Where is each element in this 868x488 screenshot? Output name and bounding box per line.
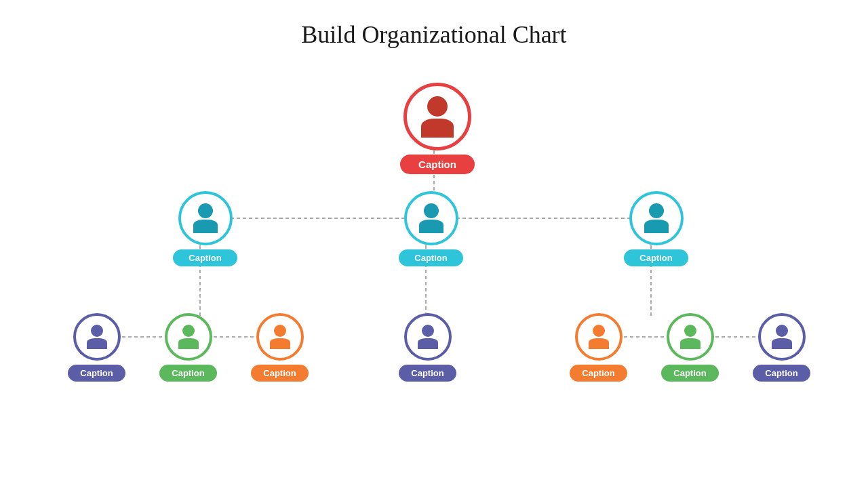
- root-caption: Caption: [400, 155, 475, 174]
- bl3-caption: Caption: [251, 365, 309, 382]
- mid-center-caption: Caption: [399, 249, 463, 266]
- page: Build Organizational Chart: [0, 0, 868, 488]
- br1-circle: [575, 313, 623, 361]
- mid-center-circle: [404, 191, 458, 245]
- br2-caption: Caption: [661, 365, 719, 382]
- br3-person-icon: [772, 325, 792, 349]
- mid-right-circle: [629, 191, 684, 245]
- bottom-right-1-node: Caption: [570, 313, 627, 382]
- bl1-caption: Caption: [68, 365, 125, 382]
- page-title: Build Organizational Chart: [301, 20, 566, 49]
- mid-left-caption: Caption: [173, 249, 237, 266]
- bc1-circle: [404, 313, 452, 361]
- bottom-left-1-node: Caption: [68, 313, 125, 382]
- bottom-right-2-node: Caption: [661, 313, 719, 382]
- br1-person-icon: [589, 325, 609, 349]
- bc1-caption: Caption: [399, 365, 456, 382]
- bl3-circle: [256, 313, 304, 361]
- mid-center-node: Caption: [399, 191, 463, 266]
- mid-left-person-icon: [193, 203, 218, 233]
- bl1-circle: [73, 313, 121, 361]
- bl2-person-icon: [178, 325, 199, 349]
- br3-caption: Caption: [753, 365, 810, 382]
- mid-left-node: Caption: [173, 191, 237, 266]
- br2-circle: [667, 313, 714, 361]
- bl2-caption: Caption: [159, 365, 217, 382]
- bottom-left-2-node: Caption: [159, 313, 217, 382]
- br3-circle: [758, 313, 806, 361]
- br2-person-icon: [680, 325, 701, 349]
- root-circle: [403, 83, 471, 150]
- chart-area: Caption Caption Caption: [27, 62, 841, 488]
- bl2-circle: [165, 313, 212, 361]
- bl1-person-icon: [87, 325, 107, 349]
- bottom-right-3-node: Caption: [753, 313, 810, 382]
- root-node: Caption: [400, 83, 475, 174]
- bottom-left-3-node: Caption: [251, 313, 309, 382]
- bl3-person-icon: [270, 325, 290, 349]
- root-person-icon: [421, 96, 454, 138]
- bc1-person-icon: [418, 325, 438, 349]
- mid-right-node: Caption: [624, 191, 688, 266]
- bottom-center-1-node: Caption: [399, 313, 456, 382]
- br1-caption: Caption: [570, 365, 627, 382]
- mid-left-circle: [178, 191, 233, 245]
- mid-right-caption: Caption: [624, 249, 688, 266]
- mid-right-person-icon: [644, 203, 669, 233]
- mid-center-person-icon: [419, 203, 443, 233]
